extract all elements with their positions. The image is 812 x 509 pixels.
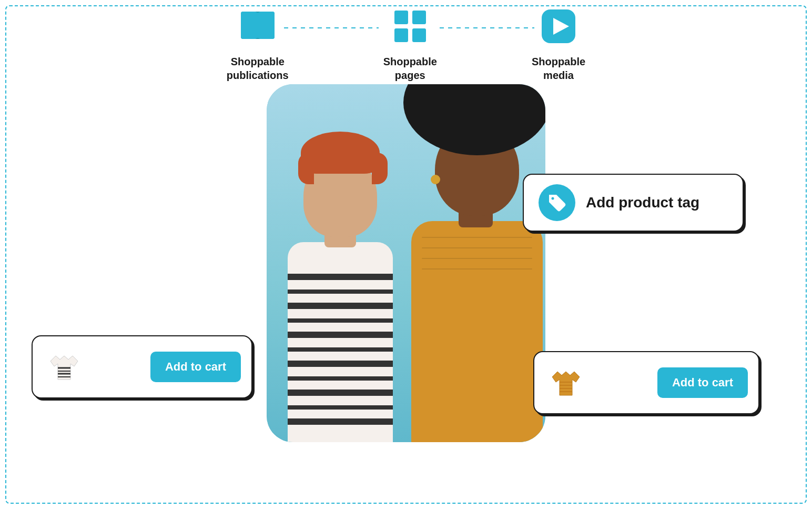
add-to-cart-button-left[interactable]: Add to cart xyxy=(150,352,241,382)
svg-rect-6 xyxy=(412,11,426,24)
media-icon-item: Shoppable media xyxy=(532,5,585,82)
dashed-line-2 xyxy=(440,27,534,28)
media-label: Shoppable media xyxy=(532,55,585,82)
publications-icon xyxy=(237,5,279,47)
media-icon xyxy=(537,5,580,47)
woman1-figure xyxy=(282,137,398,442)
add-product-tag-card[interactable]: Add product tag xyxy=(523,174,744,232)
add-to-cart-card-right[interactable]: Add to cart xyxy=(533,351,759,414)
svg-rect-8 xyxy=(412,28,426,42)
pages-icon xyxy=(389,5,431,47)
svg-point-11 xyxy=(552,197,554,200)
tag-icon-circle xyxy=(539,184,575,221)
add-to-cart-button-right[interactable]: Add to cart xyxy=(657,367,748,398)
publications-label: Shoppable publications xyxy=(227,55,289,82)
add-to-cart-card-left[interactable]: Add to cart xyxy=(32,335,252,398)
svg-rect-5 xyxy=(394,11,408,24)
publications-icon-item: Shoppable publications xyxy=(227,5,289,82)
add-product-tag-label: Add product tag xyxy=(586,194,699,211)
woman2-figure xyxy=(409,111,545,442)
pages-icon-item: Shoppable pages xyxy=(383,5,437,82)
product-thumb-yellow xyxy=(545,362,587,404)
photo-card xyxy=(267,84,545,442)
svg-rect-3 xyxy=(241,12,256,39)
svg-rect-4 xyxy=(260,12,275,39)
top-icons-row: Shoppable publications Shoppable pages xyxy=(0,0,812,82)
product-thumb-striped xyxy=(43,346,85,388)
dashed-line-1 xyxy=(284,27,379,28)
svg-rect-7 xyxy=(394,28,408,42)
pages-label: Shoppable pages xyxy=(383,55,437,82)
main-scene: Shoppable publications Shoppable pages xyxy=(0,0,812,509)
